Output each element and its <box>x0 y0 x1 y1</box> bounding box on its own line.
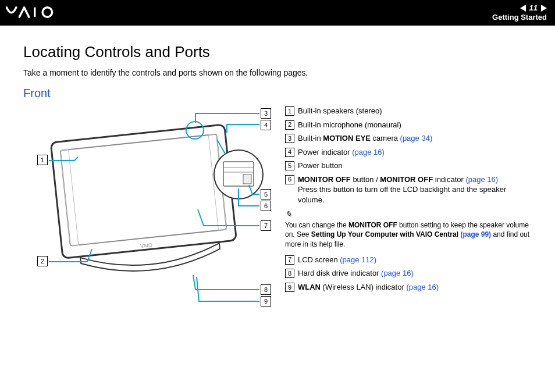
callout-text-5: Power button <box>298 161 343 171</box>
note-icon: ✎ <box>285 210 292 219</box>
figure-label-7: 7 <box>261 220 271 231</box>
callout-item-5: 5 Power button <box>285 161 532 171</box>
link-page-99[interactable]: (page 99) <box>460 230 491 238</box>
numbox-7: 7 <box>285 255 294 265</box>
callout-item-2: 2 Built-in microphone (monaural) <box>285 120 532 130</box>
link-page-16-d[interactable]: (page 16) <box>406 283 439 291</box>
numbox-9: 9 <box>285 283 294 292</box>
figure-column: VAIO <box>23 105 273 314</box>
callout-item-8: 8 Hard disk drive indicator (page 16) <box>285 268 532 279</box>
callout-list-2: 7 LCD screen (page 112) 8 Hard disk driv… <box>285 255 532 293</box>
figure-label-9: 9 <box>261 296 271 307</box>
figure-label-4: 4 <box>261 120 271 130</box>
page-number: 11 <box>529 3 538 13</box>
front-view-figure: VAIO <box>23 105 273 314</box>
svg-rect-0 <box>34 7 35 16</box>
numbox-2: 2 <box>285 120 294 130</box>
callout-text-1: Built-in speakers (stereo) <box>298 106 382 116</box>
callout-text-4: Power indicator (page 16) <box>298 147 385 158</box>
figure-label-5: 5 <box>261 189 271 199</box>
link-page-112[interactable]: (page 112) <box>340 255 376 264</box>
header-right: 11 Getting Started <box>492 3 547 22</box>
numbox-6: 6 <box>285 175 294 184</box>
link-page-16-b[interactable]: (page 16) <box>466 175 499 184</box>
numbox-5: 5 <box>285 161 294 170</box>
callout-item-6: 6 MONITOR OFF button / MONITOR OFF indic… <box>285 174 532 205</box>
figure-label-3: 3 <box>261 108 271 119</box>
callout-6-subnote: Press this button to turn off the LCD ba… <box>298 184 532 205</box>
page-header: 11 Getting Started <box>0 0 555 26</box>
page-nav: 11 <box>492 3 547 13</box>
callout-item-4: 4 Power indicator (page 16) <box>285 147 532 158</box>
link-page-16-a[interactable]: (page 16) <box>352 148 385 156</box>
note-block: ✎ You can change the MONITOR OFF button … <box>285 209 532 248</box>
svg-rect-3 <box>61 134 227 245</box>
page-title: Locating Controls and Ports <box>23 43 532 61</box>
intro-text: Take a moment to identify the controls a… <box>23 68 532 77</box>
figure-label-1: 1 <box>37 155 48 165</box>
vaio-logo <box>6 6 62 20</box>
nav-next-icon[interactable] <box>541 5 547 12</box>
svg-point-1 <box>42 7 52 16</box>
link-page-16-c[interactable]: (page 16) <box>381 269 414 277</box>
subsection-title: Front <box>23 87 532 100</box>
figure-label-6: 6 <box>261 201 271 211</box>
section-title: Getting Started <box>492 13 547 22</box>
callout-list: 1 Built-in speakers (stereo) 2 Built-in … <box>285 106 532 205</box>
callout-column: 1 Built-in speakers (stereo) 2 Built-in … <box>285 105 532 295</box>
page-content: Locating Controls and Ports Take a momen… <box>0 26 555 314</box>
numbox-3: 3 <box>285 134 294 143</box>
figure-label-2: 2 <box>37 256 48 266</box>
callout-text-8: Hard disk drive indicator (page 16) <box>298 268 414 279</box>
numbox-4: 4 <box>285 148 294 157</box>
nav-prev-icon[interactable] <box>520 5 526 12</box>
callout-text-2: Built-in microphone (monaural) <box>298 120 401 130</box>
callout-text-9: WLAN (Wireless LAN) indicator (page 16) <box>298 282 439 293</box>
vaio-logo-svg <box>6 6 62 19</box>
callout-item-7: 7 LCD screen (page 112) <box>285 255 532 265</box>
callout-text-6: MONITOR OFF button / MONITOR OFF indicat… <box>298 174 498 185</box>
callout-item-3: 3 Built-in MOTION EYE camera (page 34) <box>285 133 532 144</box>
link-page-34[interactable]: (page 34) <box>400 134 433 142</box>
svg-rect-11 <box>243 174 251 184</box>
front-diagram-svg: VAIO <box>23 105 273 314</box>
callout-item-1: 1 Built-in speakers (stereo) <box>285 106 532 116</box>
numbox-8: 8 <box>285 269 294 278</box>
numbox-1: 1 <box>285 106 294 116</box>
callout-text-3: Built-in MOTION EYE camera (page 34) <box>298 133 432 144</box>
callout-text-7: LCD screen (page 112) <box>298 255 376 265</box>
figure-label-8: 8 <box>261 284 271 295</box>
callout-item-9: 9 WLAN (Wireless LAN) indicator (page 16… <box>285 282 532 293</box>
